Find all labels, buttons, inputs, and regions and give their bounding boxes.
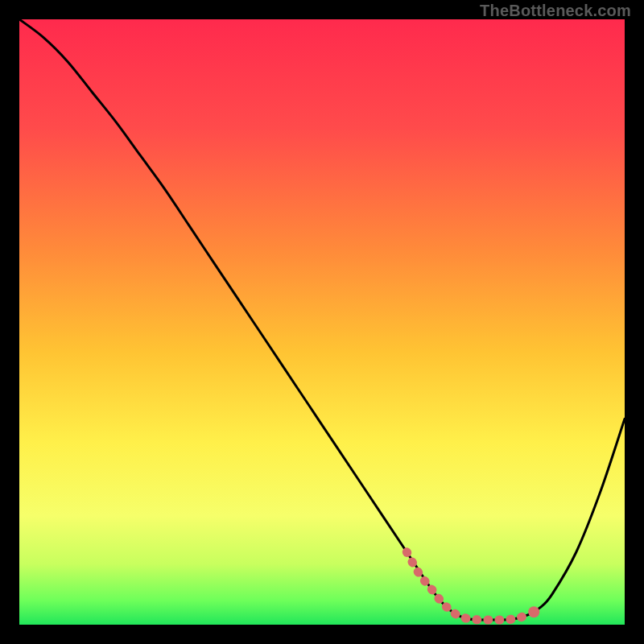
watermark-text: TheBottleneck.com [480,2,631,20]
chart-frame: TheBottleneck.com [0,0,644,644]
marker-end-dot [528,606,539,617]
chart-svg [19,19,625,625]
plot-area [19,19,625,625]
gradient-background [19,19,625,625]
